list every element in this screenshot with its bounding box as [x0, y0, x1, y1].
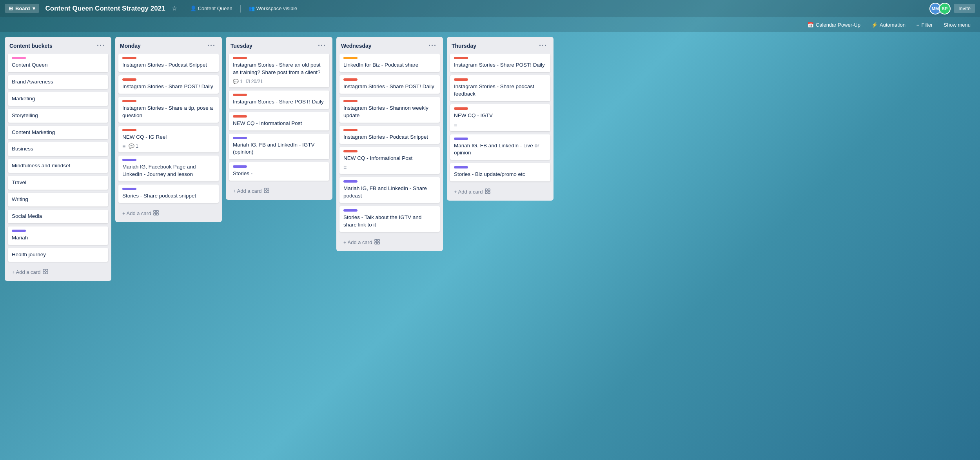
- card[interactable]: LinkedIn for Biz - Podcast share: [339, 54, 440, 72]
- card[interactable]: Health journey: [8, 248, 108, 262]
- card-label: [343, 209, 358, 212]
- card[interactable]: Social Media: [8, 210, 108, 223]
- column-menu-content-buckets[interactable]: ···: [95, 41, 107, 51]
- card[interactable]: Instagram Stories - Podcast Snippet: [339, 126, 440, 144]
- card[interactable]: Content Marketing: [8, 126, 108, 139]
- svg-rect-4: [154, 210, 156, 212]
- card[interactable]: Brand Awareness: [8, 75, 108, 89]
- star-icon[interactable]: ☆: [172, 5, 177, 12]
- column-content-buckets: Content buckets···Content QueenBrand Awa…: [5, 37, 111, 281]
- card-meta: ≡: [454, 122, 546, 128]
- card-label: [233, 57, 247, 59]
- column-thursday: Thursday···Instagram Stories - Share POS…: [447, 37, 554, 201]
- workspace-breadcrumb[interactable]: 👤 Content Queen: [187, 5, 236, 12]
- add-card-label: + Add a card: [122, 210, 151, 216]
- svg-rect-2: [43, 272, 45, 274]
- description-icon: ≡: [343, 165, 347, 171]
- card-title: Travel: [12, 179, 104, 187]
- svg-rect-9: [267, 188, 269, 190]
- card[interactable]: NEW CQ - IGTV≡: [450, 104, 550, 131]
- column-menu-monday[interactable]: ···: [206, 41, 217, 51]
- card-template-icon[interactable]: [374, 239, 380, 246]
- column-header-wednesday: Wednesday···: [336, 37, 443, 54]
- card-template-icon[interactable]: [43, 269, 48, 275]
- add-card-button-monday[interactable]: + Add a card: [118, 208, 219, 219]
- comment-icon: 💬: [129, 143, 134, 149]
- svg-rect-10: [264, 191, 266, 193]
- card[interactable]: Stories - Biz update/promo etc: [450, 163, 550, 181]
- column-header-thursday: Thursday···: [447, 37, 554, 54]
- card[interactable]: Stories - Talk about the IGTV and share …: [339, 206, 440, 232]
- card[interactable]: Instagram Stories - Share POST! Daily: [118, 75, 219, 94]
- invite-button[interactable]: Invite: [954, 4, 975, 13]
- card-title: Content Queen: [12, 62, 104, 69]
- add-card-button-content-buckets[interactable]: + Add a card: [8, 266, 108, 278]
- board-icon: ⊞: [9, 5, 13, 11]
- visibility-icon: 👥: [249, 5, 255, 11]
- card[interactable]: Mindfulness and mindset: [8, 159, 108, 173]
- card[interactable]: Instagram Stories - Share a tip, pose a …: [118, 97, 219, 123]
- add-card-button-tuesday[interactable]: + Add a card: [229, 185, 329, 197]
- card[interactable]: NEW CQ - Informational Post: [229, 112, 329, 130]
- calendar-button[interactable]: 📅 Calendar Power-Up: [804, 20, 864, 29]
- checklist-icon: ☑: [246, 79, 250, 84]
- card[interactable]: Mariah IG, FB and LinkedIn - Live or opi…: [450, 134, 550, 160]
- column-menu-tuesday[interactable]: ···: [316, 41, 328, 51]
- svg-rect-8: [264, 188, 266, 190]
- show-menu-button[interactable]: Show menu: [940, 20, 974, 29]
- menu-label: Show menu: [944, 22, 971, 28]
- card[interactable]: Instagram Stories - Share an old post as…: [229, 54, 329, 87]
- card[interactable]: Mariah IG, FB and LinkedIn - IGTV (opini…: [229, 134, 329, 159]
- card[interactable]: NEW CQ - Informational Post≡: [339, 147, 440, 174]
- card-template-icon[interactable]: [264, 188, 269, 194]
- card-title: NEW CQ - Informational Post: [233, 120, 325, 127]
- calendar-label: Calendar Power-Up: [816, 22, 860, 28]
- card-label: [122, 57, 136, 59]
- avatar-sp: SP: [939, 3, 951, 14]
- card-template-icon[interactable]: [485, 188, 490, 195]
- card[interactable]: Instagram Stories - Podcast Snippet: [118, 54, 219, 72]
- card[interactable]: Instagram Stories - Share POST! Daily: [339, 75, 440, 94]
- card[interactable]: Mariah: [8, 226, 108, 245]
- card[interactable]: Instagram Stories - Share POST! Daily: [450, 54, 550, 72]
- card-title: Instagram Stories - Podcast Snippet: [343, 134, 436, 141]
- add-card-button-wednesday[interactable]: + Add a card: [339, 237, 440, 248]
- card[interactable]: NEW CQ - IG Reel≡💬1: [118, 126, 219, 153]
- card-title: Instagram Stories - Share POST! Daily: [454, 62, 546, 69]
- divider2: [240, 5, 241, 13]
- description-icon: ≡: [122, 143, 125, 149]
- card[interactable]: Mariah IG, Facebook Page and LinkedIn - …: [118, 156, 219, 181]
- svg-rect-16: [485, 189, 487, 191]
- card-meta: 💬1☑20/21: [233, 79, 325, 84]
- card-title: Marketing: [12, 95, 104, 103]
- card-title: Health journey: [12, 251, 104, 259]
- svg-rect-19: [488, 192, 490, 194]
- board-view-button[interactable]: ⊞ Board ▾: [5, 4, 39, 13]
- card[interactable]: Storytelling: [8, 109, 108, 123]
- card[interactable]: Instagram Stories - Share POST! Daily: [229, 91, 329, 109]
- card[interactable]: Travel: [8, 176, 108, 190]
- column-title-wednesday: Wednesday: [341, 43, 372, 49]
- card[interactable]: Writing: [8, 193, 108, 206]
- automation-button[interactable]: ⚡ Automation: [868, 20, 909, 29]
- card-label: [233, 115, 247, 118]
- card-title: Instagram Stories - Share podcast feedba…: [454, 83, 546, 98]
- column-menu-wednesday[interactable]: ···: [427, 41, 438, 51]
- add-card-button-thursday[interactable]: + Add a card: [450, 186, 550, 197]
- card[interactable]: Stories - Share podcast snippet: [118, 185, 219, 203]
- workspace-label: Content Queen: [198, 5, 232, 11]
- visibility-item[interactable]: 👥 Workspace visible: [245, 5, 301, 12]
- card[interactable]: Instagram Stories - Shannon weekly updat…: [339, 97, 440, 123]
- card[interactable]: Instagram Stories - Share podcast feedba…: [450, 75, 550, 101]
- card[interactable]: Stories -: [229, 162, 329, 181]
- card[interactable]: Mariah IG, FB and LinkedIn - Share podca…: [339, 177, 440, 203]
- column-wednesday: Wednesday···LinkedIn for Biz - Podcast s…: [336, 37, 443, 251]
- card[interactable]: Content Queen: [8, 54, 108, 72]
- column-menu-thursday[interactable]: ···: [537, 41, 549, 51]
- filter-button[interactable]: ≡ Filter: [913, 20, 936, 29]
- card-label: [343, 129, 358, 131]
- card-template-icon[interactable]: [153, 210, 159, 217]
- svg-rect-14: [375, 242, 377, 244]
- card[interactable]: Marketing: [8, 92, 108, 106]
- card[interactable]: Business: [8, 142, 108, 156]
